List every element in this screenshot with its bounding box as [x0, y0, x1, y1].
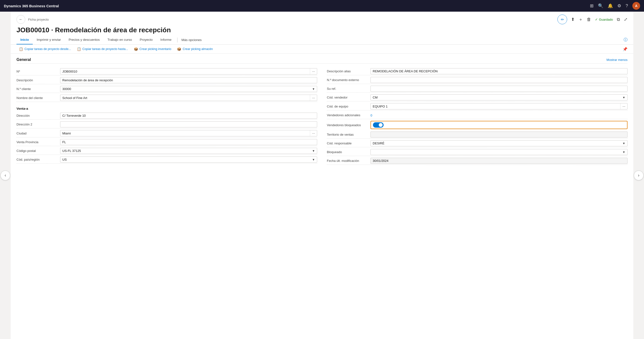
field-row-fecha-mod: Fecha últ. modificación	[327, 157, 628, 165]
info-icon[interactable]: ⓘ	[624, 37, 628, 43]
fecha-mod-input[interactable]	[370, 158, 628, 164]
tab-imprimir[interactable]: Imprimir y enviar	[33, 36, 65, 44]
bloqueado-arrow-icon[interactable]: ▼	[620, 149, 627, 155]
saved-label: Guardado	[599, 18, 613, 21]
next-record-button[interactable]: ›	[634, 171, 644, 180]
responsable-input[interactable]	[371, 141, 620, 146]
label-bloqueado: Bloqueado	[327, 150, 370, 154]
label-responsable: Cód. responsable	[327, 141, 370, 145]
value-vendedor: ▼	[370, 94, 628, 101]
label-nombre-cliente: Nombre del cliente	[16, 96, 60, 100]
nombre-cliente-input[interactable]	[60, 95, 310, 101]
doc-ext-input[interactable]	[370, 77, 628, 83]
share-button[interactable]: ⬆	[571, 17, 575, 22]
edit-button[interactable]: ✏	[558, 15, 567, 24]
app-title: Dynamics 365 Business Central	[4, 4, 590, 8]
pais-arrow-icon[interactable]: ▼	[310, 157, 317, 162]
value-vendedores-adicionales: 0	[370, 113, 628, 117]
tab-proyecto[interactable]: Proyecto	[136, 36, 156, 44]
value-cliente: ▼	[60, 86, 317, 92]
pin-icon[interactable]: 📌	[623, 47, 628, 52]
field-row-territorio: Territorio de ventas	[327, 131, 628, 139]
cp-arrow-icon[interactable]: ▼	[310, 148, 317, 154]
tab-precios[interactable]: Precios y descuentos	[65, 36, 104, 44]
help-icon[interactable]: ?	[626, 4, 628, 9]
bloqueado-input[interactable]	[371, 149, 620, 155]
main-layout: ‹ ← Ficha proyecto ✏ ⬆ ＋ 🗑 ✓ Guardado ⧉ …	[0, 12, 644, 339]
field-row-desc-alias: Descripción alias	[327, 68, 628, 75]
value-doc-ext	[370, 77, 628, 83]
ciudad-dots-button[interactable]: ···	[310, 130, 317, 136]
form-columns: Nº ··· Descripción	[16, 68, 628, 166]
label-doc-ext: N.º documento externo	[327, 78, 370, 82]
back-button[interactable]: ←	[16, 15, 25, 24]
ciudad-input[interactable]	[60, 131, 310, 136]
tab-separator	[177, 38, 178, 43]
copy-from-button[interactable]: 📋 Copiar tareas de proyecto desde...	[16, 46, 74, 52]
bell-icon[interactable]: 🔔	[608, 3, 613, 9]
vendedor-input[interactable]	[371, 95, 620, 100]
create-pick-inventory-button[interactable]: 📦 Crear picking inventario	[132, 46, 174, 52]
descripcion-input[interactable]	[60, 77, 317, 83]
label-territorio: Territorio de ventas	[327, 133, 370, 136]
value-fecha-mod	[370, 158, 628, 164]
label-fecha-mod: Fecha últ. modificación	[327, 159, 370, 163]
field-row-equipo: Cód. de equipo ···	[327, 102, 628, 110]
breadcrumb: Ficha proyecto	[28, 18, 49, 21]
direccion-input[interactable]	[60, 113, 317, 119]
fullscreen-button[interactable]: ⤢	[624, 17, 628, 22]
label-direccion2: Dirección 2	[16, 123, 60, 126]
value-direccion2	[60, 121, 317, 127]
select-bloqueado: ▼	[370, 149, 628, 155]
equipo-dots-button[interactable]: ···	[620, 103, 627, 109]
vendedores-adicionales-value[interactable]: 0	[370, 114, 373, 117]
field-row-venta-a-header: Venta-a	[16, 103, 317, 112]
territorio-input[interactable]	[370, 132, 628, 138]
toggle-vendedores-bloqueados[interactable]	[373, 122, 384, 128]
equipo-input[interactable]	[371, 104, 620, 109]
direccion2-input[interactable]	[60, 121, 317, 127]
left-nav-arrow: ‹	[0, 12, 11, 339]
field-row-vendedores-bloqueados: Vendedores bloqueados	[327, 120, 628, 130]
apps-icon[interactable]: ⊞	[590, 3, 594, 9]
form-content: General Mostrar menos Nº ···	[11, 54, 633, 339]
tab-informe[interactable]: Informe	[156, 36, 175, 44]
vendedor-arrow-icon[interactable]: ▼	[620, 95, 627, 100]
provincia-input[interactable]	[60, 139, 317, 145]
nombre-cliente-dots-button[interactable]: ···	[310, 95, 317, 101]
section-toggle[interactable]: Mostrar menos	[606, 58, 628, 62]
tab-trabajo[interactable]: Trabajo en curso	[104, 36, 136, 44]
numero-dots-button[interactable]: ···	[310, 69, 317, 74]
label-cliente: N.º cliente	[16, 87, 60, 91]
field-row-numero: Nº ···	[16, 68, 317, 76]
header-actions: ✏ ⬆ ＋ 🗑 ✓ Guardado ⧉ ⤢	[558, 15, 628, 24]
cp-input[interactable]	[60, 148, 310, 154]
label-desc-alias: Descripción alias	[327, 69, 370, 73]
add-button[interactable]: ＋	[578, 17, 583, 22]
user-avatar[interactable]: A	[632, 2, 640, 10]
create-pick-warehouse-button[interactable]: 📦 Crear picking almacén	[174, 46, 215, 52]
delete-button[interactable]: 🗑	[587, 17, 591, 22]
input-ciudad: ···	[60, 130, 317, 136]
cliente-arrow-icon[interactable]: ▼	[310, 86, 317, 92]
tab-inicio[interactable]: Inicio	[16, 36, 33, 44]
cliente-input[interactable]	[60, 86, 310, 92]
label-vendedor: Cód. vendedor	[327, 96, 370, 99]
tab-more[interactable]: Más opciones	[180, 36, 204, 44]
pais-input[interactable]	[60, 157, 310, 162]
settings-icon[interactable]: ⚙	[617, 3, 621, 9]
right-column: Descripción alias N.º documento externo	[327, 68, 628, 166]
desc-alias-input[interactable]	[370, 68, 628, 74]
copy-to-button[interactable]: 📋 Copiar tareas de proyecto hasta...	[74, 46, 130, 52]
search-icon[interactable]: 🔍	[598, 3, 603, 9]
prev-record-button[interactable]: ‹	[0, 171, 10, 180]
toolbar: 📋 Copiar tareas de proyecto desde... 📋 C…	[11, 45, 633, 54]
open-external-button[interactable]: ⧉	[617, 17, 620, 22]
field-row-nombre-cliente: Nombre del cliente ···	[16, 94, 317, 102]
numero-input[interactable]	[60, 69, 310, 74]
su-ref-input[interactable]	[370, 86, 628, 92]
value-descripcion	[60, 77, 317, 83]
responsable-arrow-icon[interactable]: ▼	[620, 141, 627, 146]
field-row-vendedor: Cód. vendedor ▼	[327, 94, 628, 101]
field-row-su-ref: Su ref.	[327, 85, 628, 93]
